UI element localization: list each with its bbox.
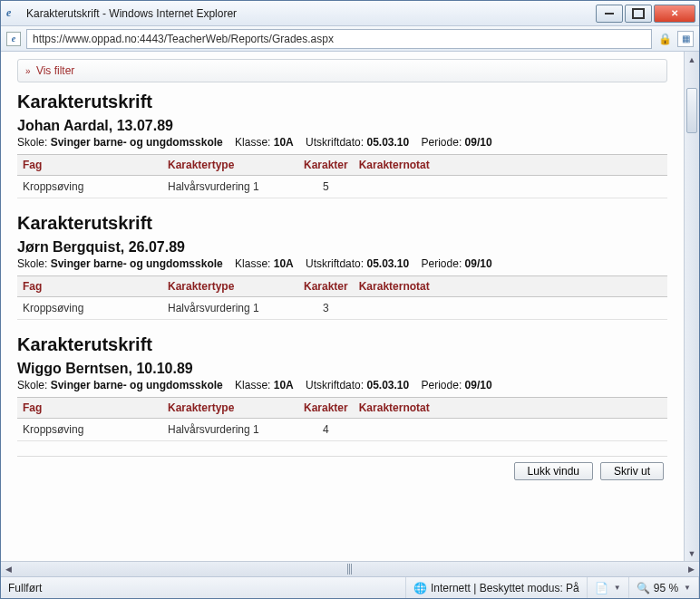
close-window-button[interactable]: Lukk vindu <box>514 462 593 480</box>
cell <box>354 419 667 441</box>
status-left: Fullført <box>1 577 406 598</box>
print-button[interactable]: Skriv ut <box>600 462 664 480</box>
ie-favicon-icon: e <box>6 6 21 21</box>
col-karakter: Karakter <box>298 398 354 419</box>
window-close-button[interactable] <box>654 5 695 23</box>
scroll-up-icon[interactable]: ▲ <box>685 52 699 67</box>
hscroll-track[interactable] <box>16 562 684 576</box>
globe-icon: 🌐 <box>413 582 427 594</box>
url-text: https://www.oppad.no:4443/TeacherWeb/Rep… <box>33 33 334 45</box>
col-fag: Fag <box>17 276 162 297</box>
col-karakternotat: Karakternotat <box>354 155 667 176</box>
titlebar: e Karakterutskrift - Windows Internet Ex… <box>1 1 699 26</box>
col-karaktertype: Karaktertype <box>162 155 298 176</box>
page-title: Karakterutskrift <box>17 213 667 234</box>
lock-icon[interactable]: 🔒 <box>657 32 672 46</box>
button-row: Lukk vindu Skriv ut <box>17 456 667 486</box>
cell: Kroppsøving <box>17 176 162 198</box>
table-row: KroppsøvingHalvårsvurdering 13 <box>17 297 667 320</box>
status-text: Fullført <box>8 582 42 594</box>
student-meta: Skole: Svinger barne- og ungdomsskole Kl… <box>17 379 667 391</box>
report-section: KarakterutskriftWiggo Berntsen, 10.10.89… <box>17 334 667 441</box>
horizontal-scrollbar[interactable]: ◀ ▶ <box>1 561 699 576</box>
cell: Kroppsøving <box>17 297 162 320</box>
zoom-value: 95 % <box>654 582 678 594</box>
vertical-scrollbar[interactable]: ▲ ▼ <box>684 52 699 561</box>
report-section: KarakterutskriftJørn Bergquist, 26.07.89… <box>17 213 667 320</box>
grades-table: FagKaraktertypeKarakterKarakternotatKrop… <box>17 275 667 320</box>
page-tools-icon: 📄 <box>595 582 608 594</box>
page-content: » Vis filter KarakterutskriftJohan Aarda… <box>1 52 684 561</box>
hscroll-grip-icon <box>347 564 353 575</box>
student-meta: Skole: Svinger barne- og ungdomsskole Kl… <box>17 136 667 149</box>
col-fag: Fag <box>17 398 162 419</box>
col-karakternotat: Karakternotat <box>354 398 667 419</box>
security-zone[interactable]: 🌐 Internett | Beskyttet modus: På <box>406 577 588 598</box>
zoom-icon: 🔍 <box>637 582 650 594</box>
grades-table: FagKaraktertypeKarakterKarakternotatKrop… <box>17 154 667 198</box>
scroll-right-icon[interactable]: ▶ <box>684 562 699 576</box>
cell: Halvårsvurdering 1 <box>162 176 298 198</box>
reports-container: KarakterutskriftJohan Aardal, 13.07.89Sk… <box>17 92 667 441</box>
compatibility-view-icon[interactable]: ▦ <box>677 31 694 47</box>
student-name: Johan Aardal, 13.07.89 <box>17 118 667 134</box>
dropdown-icon: ▼ <box>614 584 621 592</box>
col-fag: Fag <box>17 155 162 176</box>
show-filter-link[interactable]: Vis filter <box>36 64 74 77</box>
table-row: KroppsøvingHalvårsvurdering 15 <box>17 176 667 198</box>
cell: 4 <box>298 419 354 441</box>
grades-table: FagKaraktertypeKarakterKarakternotatKrop… <box>17 397 667 441</box>
filter-bar[interactable]: » Vis filter <box>17 59 667 82</box>
url-input[interactable]: https://www.oppad.no:4443/TeacherWeb/Rep… <box>26 29 652 49</box>
maximize-button[interactable] <box>625 5 652 23</box>
page-title: Karakterutskrift <box>17 92 667 112</box>
status-bar: Fullført 🌐 Internett | Beskyttet modus: … <box>1 576 699 598</box>
zoom-control[interactable]: 🔍 95 % ▼ <box>629 577 699 598</box>
page-favicon-icon: e <box>6 32 21 46</box>
window-controls <box>594 5 695 23</box>
student-meta: Skole: Svinger barne- og ungdomsskole Kl… <box>17 257 667 270</box>
cell: Halvårsvurdering 1 <box>162 419 298 441</box>
col-karakter: Karakter <box>298 276 354 297</box>
table-row: KroppsøvingHalvårsvurdering 14 <box>17 419 667 441</box>
scroll-left-icon[interactable]: ◀ <box>1 562 16 576</box>
col-karakter: Karakter <box>298 155 354 176</box>
scroll-down-icon[interactable]: ▼ <box>685 546 699 561</box>
report-section: KarakterutskriftJohan Aardal, 13.07.89Sk… <box>17 92 667 198</box>
address-bar: e https://www.oppad.no:4443/TeacherWeb/R… <box>1 26 699 52</box>
student-name: Jørn Bergquist, 26.07.89 <box>17 239 667 256</box>
cell: Kroppsøving <box>17 419 162 441</box>
page-title: Karakterutskrift <box>17 334 667 355</box>
browser-window: e Karakterutskrift - Windows Internet Ex… <box>0 0 700 599</box>
minimize-button[interactable] <box>596 5 623 23</box>
dropdown-icon: ▼ <box>684 584 691 592</box>
cell <box>354 297 667 320</box>
chevron-right-icon: » <box>25 66 31 76</box>
cell <box>354 176 667 198</box>
cell: 3 <box>298 297 354 320</box>
status-tools[interactable]: 📄▼ <box>588 577 629 598</box>
content-wrap: » Vis filter KarakterutskriftJohan Aarda… <box>1 52 699 561</box>
col-karakternotat: Karakternotat <box>354 276 667 297</box>
col-karaktertype: Karaktertype <box>162 398 298 419</box>
cell: 5 <box>298 176 354 198</box>
window-title: Karakterutskrift - Windows Internet Expl… <box>26 7 594 20</box>
student-name: Wiggo Berntsen, 10.10.89 <box>17 361 667 377</box>
zone-text: Internett | Beskyttet modus: På <box>431 582 579 594</box>
scroll-thumb[interactable] <box>686 88 697 133</box>
col-karaktertype: Karaktertype <box>162 276 298 297</box>
cell: Halvårsvurdering 1 <box>162 297 298 320</box>
